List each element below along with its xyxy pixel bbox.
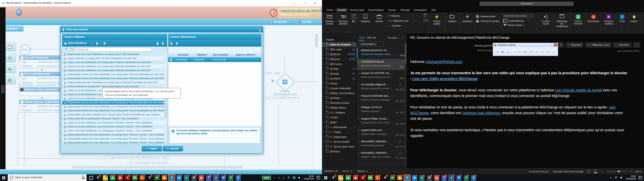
expand-conversation-icon[interactable]: ▷ <box>358 140 360 142</box>
message-list-scrollbar[interactable] <box>404 42 407 168</box>
wifi-icon[interactable] <box>614 176 618 179</box>
taskbar-app-icon[interactable]: N <box>381 174 389 181</box>
remove-actor-icon[interactable] <box>170 42 172 44</box>
ie-titlebar[interactable]: e http://localhost/ - Administration du … <box>0 0 322 6</box>
taskbar-app-icon[interactable] <box>337 174 344 181</box>
collapse-pane-icon[interactable]: ‹ <box>355 35 356 37</box>
folder-item[interactable]: Brouillons [2] <box>322 76 356 81</box>
mgchange-email-link[interactable]: mgchange@efalia.com <box>426 60 462 64</box>
zoom-in-icon[interactable]: + <box>630 170 632 173</box>
reply-all-button[interactable]: ↩↩Répondre à tous <box>585 42 611 48</box>
taskbar-app-icon[interactable]: ⚙ <box>426 174 433 181</box>
notification-center-icon[interactable] <box>317 176 320 179</box>
folder-item[interactable]: › @wiki <box>322 120 356 125</box>
mail-filter-button[interactable]: Filtre de courrier˅ <box>504 24 533 26</box>
speaker-icon[interactable] <box>620 176 623 179</box>
taskbar-app-icon[interactable]: e <box>344 174 352 181</box>
folder-item[interactable]: @Interne [5789] <box>322 57 356 62</box>
taskbar-app-icon[interactable]: T 1 <box>440 174 448 181</box>
insights-button[interactable]: Insights <box>629 14 639 34</box>
actor-item[interactable]: Acteurs autorisés au champ permi "Direct… <box>62 117 167 121</box>
taskbar-app-icon[interactable]: W <box>220 174 227 181</box>
reminders-count[interactable]: Rappels : 1 <box>357 170 368 172</box>
taskbar-app-icon[interactable]: F <box>138 174 146 181</box>
workflow-node-wait-response[interactable]: Attente réponse CAB/Président Type:Valid… <box>19 100 62 112</box>
ribbon-tab[interactable]: Aide <box>429 8 438 12</box>
network-app-icon[interactable] <box>293 176 296 179</box>
taskbar-app-icon[interactable]: O <box>404 174 411 181</box>
filter-icon[interactable] <box>65 48 68 50</box>
group-icon[interactable] <box>96 42 98 44</box>
expand-conversation-icon[interactable]: ▷ <box>358 118 360 120</box>
message-item[interactable]: ▷ Joseph SILVESTRE; Pa... fichier source… <box>357 70 407 82</box>
logout-icon[interactable] <box>270 9 278 16</box>
expand-conversation-icon[interactable]: ▷ <box>358 129 360 131</box>
actor-item[interactable]: Responsables des listes d'attributions a… <box>62 112 167 117</box>
power-plug-icon[interactable]: ⌁ <box>274 176 275 179</box>
battery-indicator[interactable]: 100% <box>262 176 271 180</box>
block-sender-button[interactable]: ⃠˅ <box>352 20 358 22</box>
faststone-tool-icon[interactable]: ⊞ <box>523 49 528 54</box>
group-settings-icon[interactable] <box>176 42 178 44</box>
layout-view-icon[interactable] <box>594 170 597 173</box>
search-icon[interactable] <box>70 48 73 51</box>
message-item[interactable]: ▷ MOHAMED JAWHER ... Invitation: Efalia … <box>357 150 407 162</box>
reply-all-button[interactable]: ↩↩Répondre à tous <box>388 19 408 22</box>
folder-item[interactable]: › 5 - Service Après-Vente logic... <box>322 144 356 149</box>
actor-item[interactable]: Responsables des listes d'attributions a… <box>62 80 167 84</box>
expand-icon[interactable]: › <box>324 146 326 148</box>
faststone-tool-icon[interactable]: ✎ <box>517 49 522 54</box>
wifi-icon[interactable] <box>287 176 290 179</box>
tray-expand-icon[interactable]: ∧ <box>610 176 612 179</box>
expand-conversation-icon[interactable]: ▷ <box>358 95 360 97</box>
more-actions-button[interactable]: ⋯ <box>634 42 640 48</box>
people-icon[interactable]: ⚇ <box>278 176 280 179</box>
actor-item[interactable]: Responsables des listes d'attributions a… <box>62 52 167 56</box>
actor-item[interactable]: Responsables directs de la liste d'attri… <box>62 72 167 76</box>
actor-item[interactable]: Responsables directs de la liste d'attri… <box>62 141 167 144</box>
folder-item[interactable]: @Classer [26498] <box>322 52 356 57</box>
tab-all[interactable]: Tous <box>359 36 364 40</box>
vertical-scrollbar[interactable] <box>315 32 318 168</box>
onenote-button[interactable]: NEnvoyer à OneNote <box>602 14 615 34</box>
outlook-search-box[interactable]: Rechercher <box>480 2 574 6</box>
sort-direction-icon[interactable]: ↓ <box>402 36 404 40</box>
workflow-node-information[interactable]: Pour INFORMATION Type:Validation par con… <box>19 55 62 68</box>
folder-item[interactable]: @Traité 24 <box>322 66 356 71</box>
zoom-level[interactable]: 100 % <box>635 170 641 173</box>
taskbar-app-icon[interactable]: ❧ <box>389 174 396 181</box>
faststone-tool-icon[interactable]: ▭ <box>511 49 516 54</box>
zoom-slider[interactable] <box>606 171 626 172</box>
reply-button[interactable]: ↩Répondre <box>566 42 583 48</box>
boomerang-button[interactable]: ↺Boomerang <box>587 14 600 34</box>
ribbon-tab[interactable]: Développeur <box>412 8 429 12</box>
folder-item[interactable]: Courrier indésirable <box>322 86 356 91</box>
reply-button[interactable]: ↩Répondre <box>388 14 408 18</box>
folder-item[interactable]: › 4 - Service Qualité <box>322 139 356 144</box>
minimize-button[interactable]: — <box>292 1 299 5</box>
folder-item[interactable]: › 2 - Projets <box>322 130 356 134</box>
faststone-tool-icon[interactable]: ● <box>540 49 545 54</box>
message-item[interactable]: ▷ Philippe CAYEUX Workflow signature lun… <box>357 104 407 116</box>
folder-item[interactable]: › 1 - Administratif 1 <box>322 125 356 130</box>
taskbar-app-icon[interactable]: X <box>227 174 234 181</box>
header-action-icon[interactable]: ✳ <box>558 42 564 48</box>
reference-mail-link[interactable]: l'adresse mail référence <box>462 111 500 115</box>
folder-item[interactable]: Éléments envoyés <box>322 100 356 105</box>
actor-item[interactable]: Responsables directs de la liste d'attri… <box>62 76 167 80</box>
task-view-button[interactable] <box>88 174 94 181</box>
taskbar-search[interactable] <box>8 174 86 181</box>
taskbar-app-icon[interactable]: S <box>470 174 477 181</box>
folder-item[interactable]: Boîte de réception 1 <box>322 42 356 47</box>
taskbar-app-icon[interactable]: e <box>418 174 426 181</box>
taskbar-app-icon[interactable]: e <box>212 174 220 181</box>
taskbar-app-icon[interactable]: S <box>234 174 242 181</box>
taskbar-app-icon[interactable]: O <box>168 174 176 181</box>
taskbar-app-icon[interactable]: ◎ <box>198 174 205 181</box>
tray-expand-icon[interactable]: ∧ <box>283 176 284 179</box>
faststone-tool-icon[interactable]: ◫ <box>506 49 511 54</box>
taskbar-app-icon[interactable]: ◆ <box>352 174 359 181</box>
taskbar-app-icon[interactable]: HS <box>131 174 138 181</box>
taskbar-app-icon[interactable]: ◆ <box>116 174 124 181</box>
meeting-button[interactable] <box>424 14 428 18</box>
